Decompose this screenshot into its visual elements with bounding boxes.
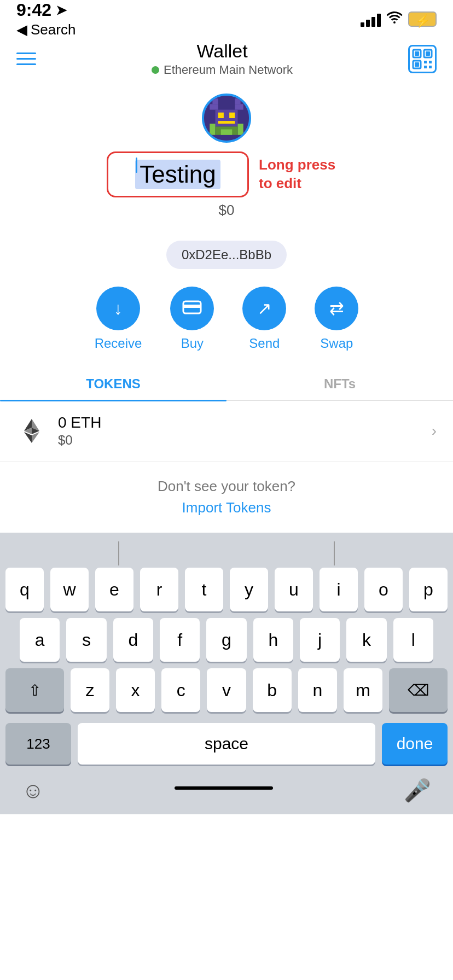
status-bar: 9:42 ➤ ◀ Search ⚡ (0, 0, 453, 33)
key-y[interactable]: y (230, 568, 268, 611)
key-g[interactable]: g (206, 618, 246, 662)
keyboard-row-2: a s d f g h j k l (0, 618, 453, 662)
key-s[interactable]: s (66, 618, 106, 662)
buy-label: Buy (181, 336, 204, 351)
send-icon: ↗ (257, 300, 272, 317)
key-w[interactable]: w (50, 568, 89, 611)
text-cursor (136, 158, 137, 173)
receive-icon: ↓ (114, 300, 123, 317)
back-arrow-icon: ◀ (16, 21, 27, 38)
key-x[interactable]: x (116, 668, 155, 712)
status-left: 9:42 ➤ ◀ Search (16, 0, 76, 38)
wifi-icon (386, 11, 403, 28)
key-c[interactable]: c (161, 668, 200, 712)
network-indicator: Ethereum Main Network (152, 63, 293, 77)
hamburger-menu-button[interactable] (16, 52, 36, 65)
microphone-icon[interactable]: 🎤 (404, 778, 431, 803)
svg-rect-3 (426, 51, 430, 56)
send-button[interactable]: ↗ Send (242, 287, 286, 351)
svg-rect-5 (415, 62, 419, 67)
key-f[interactable]: f (160, 618, 200, 662)
key-q[interactable]: q (5, 568, 44, 611)
keyboard-row-3: ⇧ z x c v b n m ⌫ (0, 668, 453, 712)
key-n[interactable]: n (298, 668, 337, 712)
key-p[interactable]: p (409, 568, 448, 611)
svg-rect-24 (183, 305, 201, 308)
key-t[interactable]: t (185, 568, 223, 611)
svg-rect-14 (235, 104, 243, 109)
key-u[interactable]: u (275, 568, 313, 611)
back-button[interactable]: ◀ Search (16, 21, 76, 38)
tab-nfts[interactable]: NFTs (226, 368, 453, 400)
shift-key[interactable]: ⇧ (5, 668, 64, 712)
key-k[interactable]: k (346, 618, 386, 662)
svg-rect-1 (415, 51, 419, 56)
key-l[interactable]: l (393, 618, 433, 662)
svg-rect-16 (218, 113, 224, 118)
wallet-avatar-section (0, 94, 453, 143)
svg-rect-13 (210, 104, 218, 109)
done-key[interactable]: done (382, 723, 448, 765)
status-right: ⚡ (361, 11, 437, 28)
svg-rect-19 (210, 124, 215, 135)
receive-button[interactable]: ↓ Receive (95, 287, 142, 351)
token-info: 0 ETH $0 (58, 414, 432, 448)
receive-circle: ↓ (96, 287, 140, 330)
key-a[interactable]: a (20, 618, 60, 662)
svg-rect-18 (218, 121, 235, 124)
battery-lightning-icon: ⚡ (415, 14, 430, 28)
numbers-key[interactable]: 123 (5, 723, 71, 765)
emoji-icon[interactable]: ☺ (22, 778, 44, 803)
swap-icon: ⇄ (329, 300, 344, 317)
key-o[interactable]: o (364, 568, 403, 611)
token-row[interactable]: 0 ETH $0 › (0, 401, 453, 462)
buy-button[interactable]: Buy (170, 287, 214, 351)
key-b[interactable]: b (253, 668, 292, 712)
receive-label: Receive (95, 336, 142, 351)
key-r[interactable]: r (140, 568, 178, 611)
key-z[interactable]: z (71, 668, 109, 712)
swap-button[interactable]: ⇄ Swap (315, 287, 358, 351)
home-indicator (175, 786, 273, 790)
network-status-dot (152, 66, 159, 74)
key-j[interactable]: j (300, 618, 340, 662)
keyboard-pipe-left (118, 541, 119, 565)
emoji-mic-row: ☺ 🎤 (0, 772, 453, 814)
key-e[interactable]: e (95, 568, 133, 611)
page-title: Wallet (152, 40, 293, 62)
address-pill[interactable]: 0xD2Ee...BbBb (166, 241, 287, 269)
keyboard-pipe-right (334, 541, 335, 565)
tab-tokens[interactable]: TOKENS (0, 368, 226, 400)
svg-rect-6 (424, 61, 427, 63)
svg-rect-22 (221, 130, 233, 135)
time-display: 9:42 (16, 0, 51, 20)
account-name-box[interactable]: Testing (107, 151, 249, 197)
svg-rect-11 (212, 98, 218, 104)
balance-section: $0 (0, 202, 453, 219)
keyboard-row-1: q w e r t y u i o p (0, 568, 453, 611)
key-h[interactable]: h (253, 618, 293, 662)
svg-rect-20 (238, 124, 243, 135)
action-buttons: ↓ Receive Buy ↗ Send ⇄ Swap (0, 287, 453, 351)
keyboard: q w e r t y u i o p a s d f g h j k l ⇧ … (0, 533, 453, 814)
nav-bar: Wallet Ethereum Main Network (0, 35, 453, 83)
backspace-key[interactable]: ⌫ (389, 668, 448, 712)
swap-circle: ⇄ (315, 287, 358, 330)
back-label: Search (31, 21, 76, 38)
keyboard-bottom-bar: 123 space done (0, 719, 453, 772)
key-d[interactable]: d (113, 618, 153, 662)
key-i[interactable]: i (320, 568, 358, 611)
battery-icon: ⚡ (408, 11, 437, 27)
keyboard-top-row (0, 538, 453, 568)
qr-scan-button[interactable] (408, 45, 437, 73)
send-label: Send (249, 336, 280, 351)
key-v[interactable]: v (207, 668, 246, 712)
signal-icon (361, 11, 381, 27)
space-key[interactable]: space (78, 723, 375, 765)
location-arrow-icon: ➤ (56, 3, 67, 18)
import-tokens-link[interactable]: Import Tokens (11, 499, 442, 516)
token-chevron-icon: › (432, 422, 437, 440)
key-m[interactable]: m (344, 668, 382, 712)
send-circle: ↗ (242, 287, 286, 330)
svg-rect-12 (235, 98, 240, 104)
